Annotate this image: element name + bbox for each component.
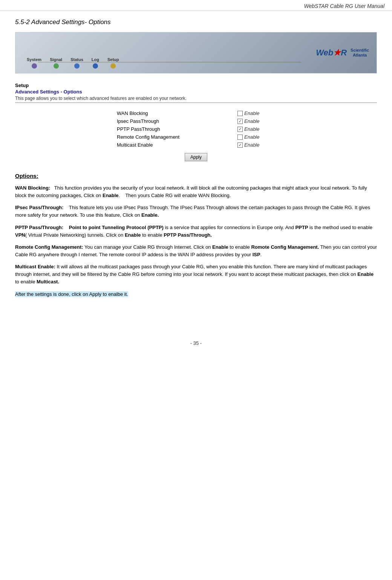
nav-tab-system[interactable]: System bbox=[23, 56, 45, 70]
setting-row-multicast: Multicast Enable ✓ Enable bbox=[117, 142, 275, 148]
page-number: - 35 - bbox=[190, 340, 202, 346]
apply-btn-row: Apply bbox=[117, 153, 275, 161]
breadcrumb-subtitle: Advanced Settings - Options bbox=[15, 89, 377, 95]
remote-enable-bold: Enable bbox=[212, 244, 228, 250]
nav-tab-signal[interactable]: Signal bbox=[46, 56, 66, 70]
wan-blocking-label: WAN Blocking bbox=[117, 110, 192, 116]
pptp-term: PPTP Pass/Through: bbox=[15, 225, 63, 230]
ipsec-enable-text: Enable bbox=[244, 118, 259, 124]
ipsec-term: IPsec Pass/Through: bbox=[15, 205, 64, 210]
multicast-checkbox[interactable]: ✓ bbox=[237, 142, 243, 148]
nav-tab-status-label: Status bbox=[70, 57, 83, 62]
pptp-label: PPTP PassThrough bbox=[117, 126, 192, 132]
breadcrumb-area: Setup Advanced Settings - Options This p… bbox=[15, 80, 377, 103]
wan-blocking-checkbox[interactable] bbox=[237, 111, 243, 116]
ipsec-desc: IPsec Pass/Through: This feature lets yo… bbox=[15, 204, 377, 219]
nav-bar: System Signal Status Log Setup Web★ bbox=[15, 32, 377, 73]
section-title-italic: Options bbox=[87, 18, 110, 26]
vpn-bold: VPN bbox=[15, 232, 25, 238]
wan-blocking-enable: Enable bbox=[237, 110, 275, 116]
manual-title: WebSTAR Cable RG User Manual bbox=[304, 3, 384, 9]
ipsec-enable-bold: Enable. bbox=[141, 212, 159, 218]
option-block-multicast: Multicast Enable: It will allows all the… bbox=[15, 263, 377, 286]
multicast-term: Multicast Enable: bbox=[15, 264, 55, 269]
pptp-enable: ✓ Enable bbox=[237, 126, 275, 132]
option-block-highlight: After the settings is done, click on App… bbox=[15, 291, 377, 298]
nav-dot-status bbox=[74, 63, 80, 69]
pptp-enable-bold: Enable bbox=[125, 232, 141, 238]
pptp-passthrough-bold: PPTP Pass/Through. bbox=[164, 232, 212, 238]
remote-config-enable-text: Enable bbox=[244, 134, 259, 140]
remote-config-desc: Romote Config Management: You can manage… bbox=[15, 243, 377, 259]
wan-blocking-desc: WAN Blocking: This function provides you… bbox=[15, 184, 377, 199]
nav-dot-setup bbox=[110, 63, 116, 69]
pptp-protocol-bold: Point to point Tunneling Protocol (PPTP) bbox=[69, 225, 164, 230]
nav-tab-signal-label: Signal bbox=[50, 57, 62, 62]
breadcrumb-title: Setup bbox=[15, 83, 377, 88]
ipsec-enable: ✓ Enable bbox=[237, 118, 275, 124]
wan-blocking-term: WAN Blocking: bbox=[15, 185, 50, 191]
page-header: WebSTAR Cable RG User Manual bbox=[0, 0, 392, 11]
option-block-wan: WAN Blocking: This function provides you… bbox=[15, 184, 377, 199]
multicast-bold: Multicast. bbox=[37, 279, 59, 285]
nav-tab-log-label: Log bbox=[92, 57, 99, 62]
nav-dot-log bbox=[93, 63, 98, 69]
remote-config-term: Romote Config Management: bbox=[15, 244, 83, 250]
multicast-enable-text: Enable bbox=[244, 142, 259, 148]
nav-tab-status[interactable]: Status bbox=[67, 56, 87, 70]
sa-line1: Scientific bbox=[351, 48, 369, 53]
nav-dot-system bbox=[32, 63, 37, 69]
apply-button[interactable]: Apply bbox=[185, 153, 207, 161]
options-section: Options: WAN Blocking: This function pro… bbox=[15, 173, 377, 298]
remote-mgmt-bold: Romote Config Management. bbox=[251, 244, 319, 250]
nav-tab-setup-label: Setup bbox=[107, 57, 119, 62]
nav-dot-signal bbox=[54, 63, 59, 69]
highlight-text: After the settings is done, click on App… bbox=[15, 291, 377, 298]
option-block-pptp: PPTP Pass/Through: Point to point Tunnel… bbox=[15, 224, 377, 239]
option-block-ipsec: IPsec Pass/Through: This feature lets yo… bbox=[15, 204, 377, 219]
pptp-bold: PPTP bbox=[295, 225, 308, 230]
settings-panel: WAN Blocking Enable Ipsec PassThrough ✓ … bbox=[117, 110, 275, 161]
wan-enable-bold: Enable bbox=[103, 193, 119, 198]
page-footer: - 35 - bbox=[0, 333, 392, 350]
isp-bold: ISP bbox=[253, 252, 260, 257]
multicast-label: Multicast Enable bbox=[117, 142, 192, 148]
multicast-enable-bold: Enable bbox=[357, 271, 374, 277]
nav-tab-setup[interactable]: Setup bbox=[104, 56, 123, 70]
pptp-enable-text: Enable bbox=[244, 126, 259, 132]
section-title-main: 5.5-2 Advanced Settings- bbox=[15, 18, 87, 26]
setting-row-wan-blocking: WAN Blocking Enable bbox=[117, 110, 275, 116]
nav-tabs: System Signal Status Log Setup bbox=[23, 56, 377, 70]
nav-tab-system-label: System bbox=[27, 57, 41, 62]
apply-note: After the settings is done, click on App… bbox=[15, 291, 128, 297]
breadcrumb-desc: This page allows you to select which adv… bbox=[15, 96, 377, 101]
ipsec-checkbox[interactable]: ✓ bbox=[237, 119, 243, 124]
multicast-desc: Multicast Enable: It will allows all the… bbox=[15, 263, 377, 286]
multicast-enable: ✓ Enable bbox=[237, 142, 275, 148]
setting-row-ipsec: Ipsec PassThrough ✓ Enable bbox=[117, 118, 275, 124]
remote-config-checkbox[interactable] bbox=[237, 135, 243, 140]
pptp-checkbox[interactable]: ✓ bbox=[237, 127, 243, 132]
wan-blocking-enable-text: Enable bbox=[244, 110, 259, 116]
remote-config-enable: Enable bbox=[237, 134, 275, 140]
remote-config-label: Remote Config Management bbox=[117, 134, 192, 140]
ipsec-label: Ipsec PassThrough bbox=[117, 118, 192, 124]
setting-row-remote-config: Remote Config Management Enable bbox=[117, 134, 275, 140]
section-title: 5.5-2 Advanced Settings- Options bbox=[15, 18, 377, 26]
options-title: Options: bbox=[15, 173, 377, 179]
nav-tab-log[interactable]: Log bbox=[88, 56, 103, 70]
setting-row-pptp: PPTP PassThrough ✓ Enable bbox=[117, 126, 275, 132]
option-block-remote-config: Romote Config Management: You can manage… bbox=[15, 243, 377, 259]
pptp-desc: PPTP Pass/Through: Point to point Tunnel… bbox=[15, 224, 377, 239]
